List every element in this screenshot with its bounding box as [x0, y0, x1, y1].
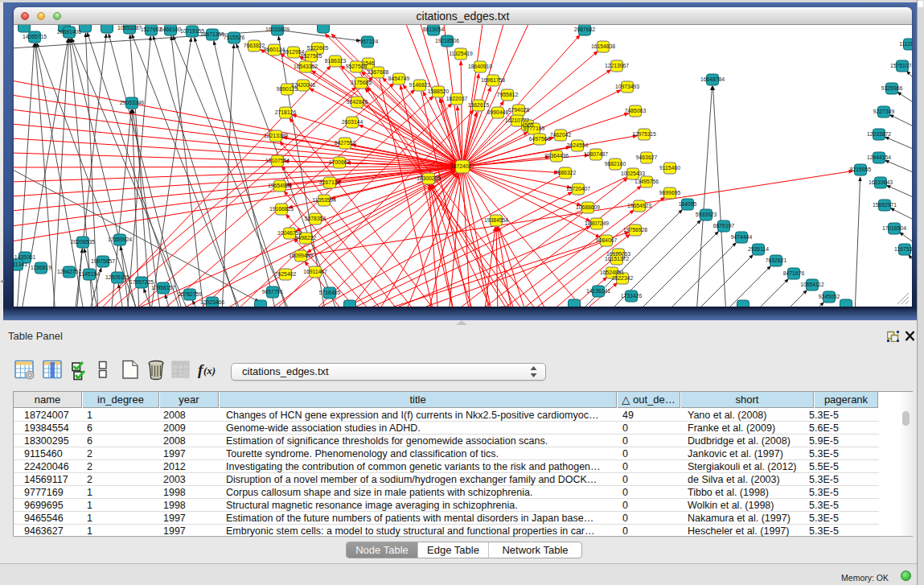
- svg-text:9657791: 9657791: [262, 289, 284, 295]
- svg-text:9329966: 9329966: [881, 85, 903, 91]
- svg-text:12444154: 12444154: [867, 154, 891, 160]
- svg-text:16151372: 16151372: [605, 256, 629, 262]
- svg-text:13495756: 13495756: [634, 179, 659, 184]
- svg-text:18724007: 18724007: [450, 163, 474, 169]
- svg-text:16671355: 16671355: [200, 31, 224, 37]
- svg-text:12505135: 12505135: [105, 274, 129, 280]
- svg-text:2367608: 2367608: [368, 69, 389, 75]
- svg-text:9882160: 9882160: [605, 161, 626, 167]
- svg-text:19756928: 19756928: [623, 227, 647, 233]
- svg-text:1822037: 1822037: [446, 96, 468, 101]
- svg-text:5878354: 5878354: [305, 216, 326, 221]
- svg-text:6794028: 6794028: [508, 107, 530, 113]
- svg-text:7485063: 7485063: [625, 108, 647, 113]
- svg-text:7632621: 7632621: [766, 257, 787, 263]
- svg-text:11353594: 11353594: [312, 197, 336, 203]
- svg-text:16911447: 16911447: [303, 269, 327, 274]
- svg-text:17016504: 17016504: [882, 225, 906, 231]
- svg-text:7515526: 7515526: [224, 35, 245, 40]
- svg-text:17957225: 17957225: [129, 279, 154, 285]
- svg-text:164095: 164095: [679, 201, 697, 207]
- svg-text:18807249: 18807249: [585, 220, 609, 226]
- svg-text:20691406: 20691406: [57, 29, 81, 35]
- svg-text:8471676: 8471676: [783, 270, 805, 276]
- svg-text:8186323: 8186323: [325, 58, 347, 64]
- svg-text:8990448: 8990448: [487, 109, 509, 115]
- svg-text:17359924: 17359924: [108, 237, 132, 242]
- svg-text:2935114: 2935114: [748, 246, 769, 252]
- svg-text:9463627: 9463627: [636, 154, 658, 160]
- svg-text:19384554: 19384554: [484, 217, 508, 223]
- svg-text:5716485: 5716485: [319, 290, 341, 295]
- svg-text:12213389: 12213389: [264, 133, 288, 138]
- svg-text:1112803: 1112803: [899, 41, 912, 47]
- svg-text:7462042: 7462042: [550, 132, 572, 138]
- svg-text:2718126: 2718126: [275, 109, 297, 115]
- svg-text:3911341: 3911341: [14, 262, 27, 267]
- svg-text:9084067: 9084067: [596, 237, 618, 243]
- svg-text:3624554: 3624554: [567, 142, 589, 148]
- svg-text:12942757: 12942757: [57, 269, 81, 274]
- svg-text:7625402: 7625402: [275, 271, 297, 277]
- svg-text:3267130: 3267130: [319, 179, 341, 185]
- svg-text:9242848: 9242848: [347, 99, 368, 105]
- svg-text:6879197: 6879197: [713, 223, 735, 229]
- svg-text:7955812: 7955812: [497, 92, 519, 97]
- svg-text:10654112: 10654112: [800, 282, 824, 287]
- svg-text:10653287: 10653287: [117, 25, 142, 31]
- svg-text:16543362: 16543362: [294, 64, 318, 69]
- svg-text:3175685: 3175685: [351, 80, 372, 85]
- svg-text:16210643: 16210643: [869, 179, 893, 185]
- svg-text:9115460: 9115460: [659, 165, 680, 171]
- svg-text:16961758: 16961758: [481, 77, 505, 83]
- svg-text:29053346: 29053346: [120, 100, 144, 105]
- svg-text:8454749: 8454749: [388, 76, 410, 81]
- svg-text:16154838: 16154838: [591, 43, 615, 49]
- svg-text:1546: 1546: [362, 60, 374, 66]
- svg-text:19654985: 19654985: [268, 183, 292, 188]
- svg-text:1362615: 1362615: [468, 102, 490, 108]
- svg-text:9527505: 9527505: [301, 53, 322, 59]
- svg-text:16782759: 16782759: [178, 291, 202, 297]
- svg-text:1435061: 1435061: [14, 254, 36, 260]
- svg-text:6497568: 6497568: [529, 136, 551, 142]
- svg-text:15720407: 15720407: [566, 186, 590, 192]
- svg-text:9890125: 9890125: [277, 86, 298, 92]
- svg-text:15751074: 15751074: [890, 63, 912, 68]
- svg-text:12923466: 12923466: [200, 299, 224, 305]
- svg-text:6466160: 6466160: [160, 27, 182, 32]
- svg-text:8498222: 8498222: [295, 235, 317, 241]
- svg-text:8660124: 8660124: [264, 47, 285, 52]
- svg-text:15692971: 15692971: [873, 202, 897, 208]
- svg-text:18300295: 18300295: [417, 175, 441, 181]
- svg-text:10688609: 10688609: [576, 204, 600, 210]
- svg-text:1588520: 1588520: [428, 89, 450, 94]
- svg-text:10025433: 10025433: [621, 171, 645, 176]
- svg-text:7663822: 7663822: [244, 43, 265, 48]
- svg-text:5322605: 5322605: [307, 45, 329, 51]
- svg-text:9146821: 9146821: [409, 82, 431, 88]
- svg-text:11325419: 11325419: [449, 51, 473, 56]
- svg-text:2603144: 2603144: [342, 119, 363, 125]
- svg-text:8813054: 8813054: [423, 27, 445, 32]
- svg-text:9245052: 9245052: [819, 294, 840, 299]
- svg-text:18640910: 18640910: [468, 64, 492, 69]
- svg-text:16648784: 16648784: [700, 76, 725, 82]
- svg-text:20364436: 20364436: [544, 153, 569, 159]
- svg-text:1527602: 1527602: [141, 27, 162, 32]
- svg-text:9227349: 9227349: [873, 109, 895, 114]
- svg-text:19654923: 19654923: [627, 203, 651, 208]
- svg-text:7957224: 7957224: [357, 39, 379, 44]
- svg-text:12033872: 12033872: [867, 131, 891, 137]
- svg-text:9777169: 9777169: [524, 126, 545, 131]
- svg-text:5933923: 5933923: [696, 212, 717, 217]
- svg-text:12975115: 12975115: [632, 131, 656, 137]
- svg-text:20206535: 20206535: [71, 239, 95, 245]
- svg-text:1700662: 1700662: [329, 159, 351, 165]
- svg-text:19166825: 19166825: [269, 206, 294, 212]
- svg-text:2522342: 2522342: [612, 275, 634, 281]
- svg-text:14136141: 14136141: [586, 288, 610, 294]
- svg-text:16099489: 16099489: [289, 253, 313, 258]
- svg-text:1167534: 1167534: [894, 246, 912, 252]
- svg-text:9699695: 9699695: [659, 190, 681, 196]
